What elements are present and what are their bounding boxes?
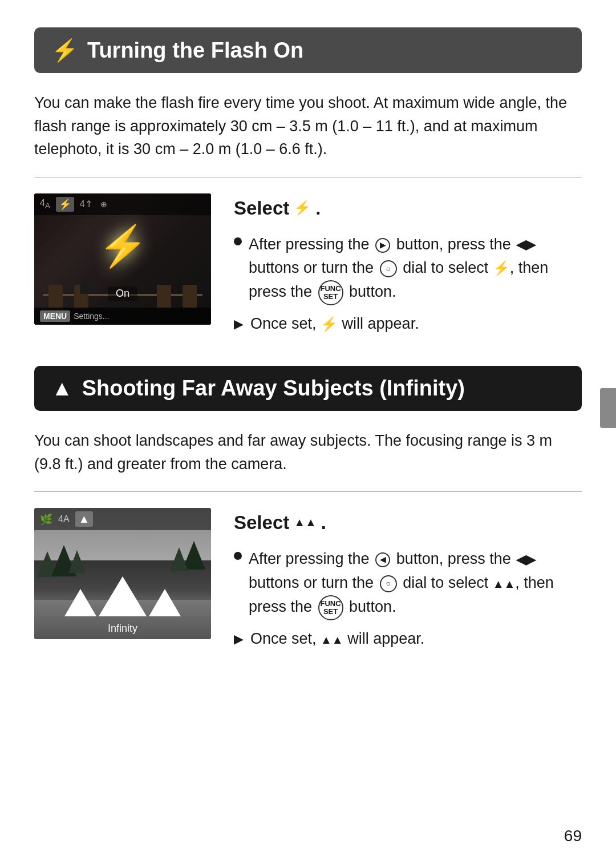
section2-content-row: 🌿 4A ▲ Infinity Select ▲▲ . — [34, 508, 582, 658]
page-number: 69 — [564, 827, 582, 845]
section1-divider — [34, 177, 582, 177]
flash-icon-4a: 4A — [40, 198, 50, 210]
mountain-small-left — [64, 589, 96, 616]
flash-bullet2: ▶ Once set, ⚡ will appear. — [234, 312, 582, 336]
infinity-bullet2: ▶ Once set, ▲▲ will appear. — [234, 627, 582, 651]
section1-title: Turning the Flash On — [87, 38, 303, 63]
flash-icon-active: ⚡ — [56, 197, 74, 212]
func-set-btn: FUNCSET — [318, 280, 343, 305]
bullet-dot-1 — [234, 237, 242, 245]
section1-content-row: 4A ⚡ 4⇑ ⊕ ⚡ On MENU Settings... Select — [34, 193, 582, 344]
mountain-small-right — [149, 589, 181, 616]
infinity-bullet2-text: Once set, ▲▲ will appear. — [250, 627, 424, 651]
flash-bottom-bar: MENU Settings... — [34, 308, 211, 325]
triangle-bullet-2: ▶ — [234, 629, 244, 649]
infinity-icon-mountain-active: ▲ — [75, 511, 94, 527]
lr-arrows: ◀▶ — [516, 235, 536, 255]
flash-bullet2-text: Once set, ⚡ will appear. — [250, 312, 419, 336]
mountain-icon-header: ▲ — [51, 376, 73, 401]
infinity-mountains — [64, 576, 181, 616]
flash-on-label: On — [108, 286, 137, 301]
right-arrow-btn: ▶ — [375, 238, 390, 253]
mountain-sym-inline2: ▲▲ — [321, 633, 343, 646]
section2-header: ▲ Shooting Far Away Subjects (Infinity) — [34, 366, 582, 411]
flash-sym-inline2: ⚡ — [321, 316, 338, 332]
infinity-icon-leaf: 🌿 — [40, 513, 52, 526]
section2-title: Shooting Far Away Subjects (Infinity) — [82, 376, 465, 401]
section2-divider — [34, 491, 582, 492]
section2-instructions: Select ▲▲ . After pressing the ◀ button,… — [234, 508, 582, 658]
flash-bullet1-text: After pressing the ▶ button, press the ◀… — [249, 233, 582, 306]
triangle-bullet: ▶ — [234, 314, 244, 334]
infinity-top-bar: 🌿 4A ▲ — [34, 508, 211, 530]
infinity-select-label: Select ▲▲ . — [234, 508, 582, 537]
section1-header: ⚡ Turning the Flash On — [34, 27, 582, 73]
section1-intro: You can make the flash fire every time y… — [34, 91, 582, 161]
infinity-bullet1: After pressing the ◀ button, press the ◀… — [234, 547, 582, 620]
flash-select-label: Select ⚡ . — [234, 193, 582, 223]
left-arrow-btn: ◀ — [375, 552, 390, 567]
bullet-dot-2 — [234, 552, 242, 560]
mountain-sym-inline: ▲▲ — [493, 578, 516, 590]
flash-center-symbol: ⚡ — [98, 223, 148, 269]
dial-icon: ○ — [380, 260, 397, 277]
flash-icon-slow: 4⇑ — [80, 199, 92, 209]
sidebar-tab — [600, 388, 616, 428]
infinity-bullet1-text: After pressing the ◀ button, press the ◀… — [249, 547, 582, 620]
lr-arrows-2: ◀▶ — [516, 550, 536, 570]
infinity-camera-image: 🌿 4A ▲ Infinity — [34, 508, 211, 639]
flash-sym-inline: ⚡ — [493, 260, 510, 276]
flash-bullet1: After pressing the ▶ button, press the ◀… — [234, 233, 582, 306]
section1-instructions: Select ⚡ . After pressing the ▶ button, … — [234, 193, 582, 344]
mountain-large-center — [99, 576, 147, 616]
flash-icon-more: ⊕ — [100, 200, 107, 209]
settings-text: Settings... — [74, 312, 109, 321]
flash-camera-image: 4A ⚡ 4⇑ ⊕ ⚡ On MENU Settings... — [34, 193, 211, 325]
func-set-btn-2: FUNCSET — [318, 595, 343, 620]
flash-icon-header: ⚡ — [51, 38, 78, 63]
menu-button: MENU — [40, 310, 70, 322]
infinity-icon-4a: 4A — [58, 514, 70, 524]
mountain-select-icon: ▲▲ — [294, 514, 317, 531]
dial-icon-2: ○ — [380, 575, 397, 592]
page-content: ⚡ Turning the Flash On You can make the … — [0, 0, 616, 868]
flash-select-icon: ⚡ — [294, 197, 311, 218]
infinity-label: Infinity — [108, 623, 137, 635]
section2-intro: You can shoot landscapes and far away su… — [34, 429, 582, 475]
flash-camera-menubar: 4A ⚡ 4⇑ ⊕ — [34, 193, 211, 215]
